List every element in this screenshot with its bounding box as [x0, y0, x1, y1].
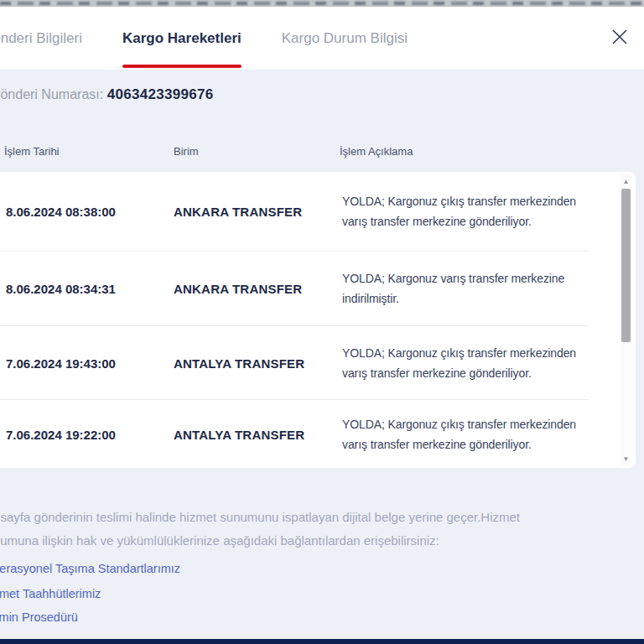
footer-text-line-2: sunumuna ilişkin hak ve yükümlülüklerini… [0, 533, 439, 548]
column-header-birim: Birim [174, 145, 199, 158]
footer-text-line-1: Bu sayfa gönderinin teslimi halinde hizm… [0, 510, 520, 524]
row-unit: ANKARA TRANSFER [174, 282, 302, 296]
shipment-number-line: Gönderi Numarası: 4063423399676 [0, 86, 213, 103]
table-header: İşlem Tarihi Birim İşlem Açıklama [0, 145, 644, 158]
scroll-up-icon[interactable]: ▲ [621, 176, 631, 186]
link-operasyonel-tasima-standartlarimiz[interactable]: Operasyonel Taşıma Standartlarımız [0, 562, 180, 575]
table-row: 7.06.2024 19:22:00 ANTALYA TRANSFER YOLD… [0, 399, 589, 468]
close-button[interactable] [609, 28, 631, 49]
shipment-number-value: 4063423399676 [107, 86, 214, 102]
row-unit: ANTALYA TRANSFER [174, 427, 304, 441]
column-header-islem-aciklama: İşlem Açıklama [340, 145, 413, 158]
bottom-navy-bar [0, 639, 644, 644]
tab-kargo-hareketleri[interactable]: Kargo Hareketleri [122, 7, 242, 70]
row-date: 8.06.2024 08:38:00 [6, 205, 116, 219]
cargo-tracking-modal: Gönderi Bilgileri Kargo Hareketleri Karg… [0, 7, 644, 639]
background-page-strip [0, 0, 644, 7]
modal-body: Gönderi Numarası: 4063423399676 İşlem Ta… [0, 70, 644, 634]
row-unit: ANKARA TRANSFER [174, 205, 302, 219]
table-row: 8.06.2024 08:34:31 ANKARA TRANSFER YOLDA… [0, 251, 589, 325]
table-row: 7.06.2024 19:43:00 ANTALYA TRANSFER YOLD… [0, 325, 589, 399]
row-date: 7.06.2024 19:22:00 [6, 427, 116, 441]
movements-table-card: 8.06.2024 08:38:00 ANKARA TRANSFER YOLDA… [0, 172, 636, 468]
dimmed-background-text [0, 2, 644, 5]
tab-kargo-durum-bilgisi[interactable]: Kargo Durum Bilgisi [282, 7, 408, 70]
row-unit: ANTALYA TRANSFER [174, 356, 304, 370]
modal-tab-bar: Gönderi Bilgileri Kargo Hareketleri Karg… [0, 7, 644, 70]
row-description: YOLDA; Kargonuz çıkış transfer merkezind… [342, 414, 594, 454]
scrollbar-thumb[interactable] [621, 189, 631, 342]
table-scrollbar[interactable]: ▲ ▼ [621, 174, 631, 465]
link-tazmin-proseduru[interactable]: Tazmin Prosedürü [0, 610, 78, 624]
row-description: YOLDA; Kargonuz çıkış transfer merkezind… [342, 343, 594, 383]
row-description: YOLDA; Kargonuz varış transfer merkezine… [342, 268, 594, 309]
row-description: YOLDA; Kargonuz çıkış transfer merkezind… [342, 191, 594, 231]
row-date: 7.06.2024 19:43:00 [6, 356, 116, 370]
tab-gonderi-bilgileri[interactable]: Gönderi Bilgileri [0, 7, 82, 70]
shipment-number-label: Gönderi Numarası: [0, 87, 103, 101]
row-date: 8.06.2024 08:34:31 [6, 282, 116, 296]
column-header-islem-tarihi: İşlem Tarihi [4, 145, 60, 158]
close-icon [610, 27, 630, 49]
movements-rows: 8.06.2024 08:38:00 ANKARA TRANSFER YOLDA… [0, 172, 636, 468]
table-row: 8.06.2024 08:38:00 ANKARA TRANSFER YOLDA… [0, 172, 589, 251]
scroll-down-icon[interactable]: ▼ [621, 454, 631, 464]
link-hizmet-taahhutlerimiz[interactable]: Hizmet Taahhütlerimiz [0, 587, 101, 600]
